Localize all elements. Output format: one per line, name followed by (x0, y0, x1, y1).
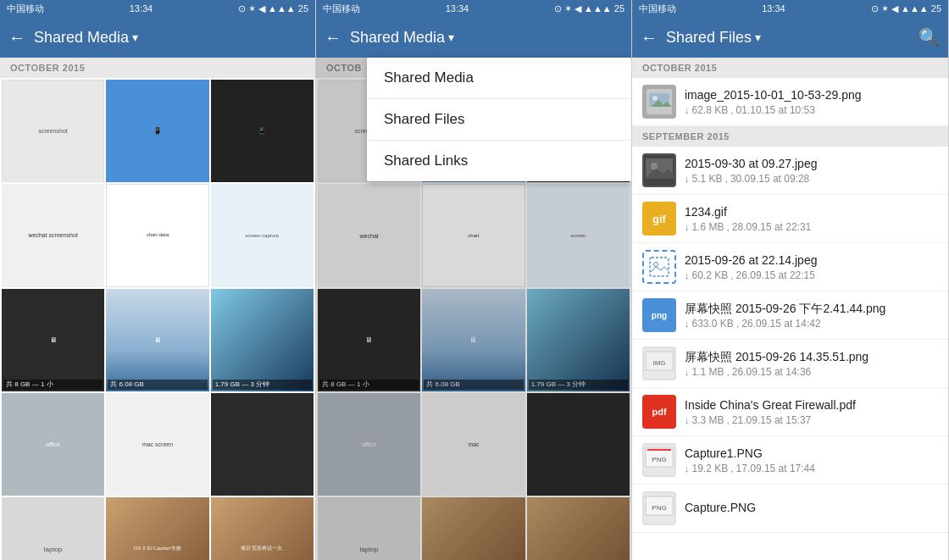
file-meta: ↓ 62.8 KB , 01.10.15 at 10:53 (685, 104, 938, 116)
media-cell[interactable] (527, 393, 630, 496)
dropdown-arrow-right[interactable]: ▾ (755, 30, 761, 44)
file-icon (642, 153, 676, 187)
media-cell[interactable]: 🖥 共 6.08 GB (106, 289, 208, 391)
file-meta: ↓ 1.6 MB , 28.09.15 at 22:31 (685, 221, 938, 233)
media-cell[interactable]: OS X El Capitan'失败 OS X El Capitan'失败 (106, 497, 208, 560)
media-cell[interactable]: chart data (106, 184, 208, 286)
media-cell[interactable]: screen (527, 184, 630, 286)
file-row[interactable]: 2015-09-26 at 22.14.jpeg ↓ 60.2 KB , 26.… (632, 243, 948, 291)
media-cell[interactable]: 🖥共 8 GB — 1 小 (318, 289, 420, 391)
time-middle: 13:34 (446, 3, 469, 14)
section-header-september-right: SEPTEMBER 2015 (632, 126, 948, 147)
file-name: 屏幕快照 2015-09-26 下午2.41.44.png (685, 301, 938, 316)
media-cell[interactable]: 项目'页面再试一次. 项目'页面再试一次. (211, 497, 314, 560)
media-cell[interactable]: 📱 (211, 80, 314, 182)
search-icon-right[interactable]: 🔍 (918, 27, 940, 47)
file-icon: PNG (642, 491, 676, 525)
file-info: 2015-09-30 at 09.27.jpeg ↓ 5.1 KB , 30.0… (685, 156, 938, 185)
media-scroll-left[interactable]: OCTOBER 2015 screenshot 📱 📱 wechat scree… (0, 58, 315, 560)
svg-rect-8 (650, 258, 669, 276)
back-button-right[interactable]: ← (641, 28, 658, 47)
file-meta: ↓ 60.2 KB , 26.09.15 at 22:15 (685, 269, 938, 281)
file-name: 2015-09-26 at 22.14.jpeg (685, 252, 938, 268)
file-name: Capture.PNG (685, 500, 938, 515)
carrier-middle: 中国移动 (323, 3, 360, 15)
file-meta: ↓ 5.1 KB , 30.09.15 at 09:28 (685, 173, 938, 185)
file-info: Capture.PNG (685, 500, 938, 517)
toolbar-title-middle: Shared Media ▾ (350, 29, 623, 47)
file-icon: IMG (642, 347, 676, 380)
file-name: 2015-09-30 at 09.27.jpeg (685, 156, 938, 171)
file-meta: ↓ 633.0 KB , 26.09.15 at 14:42 (685, 318, 938, 330)
media-cell[interactable]: OS X El Capitan'失败 (422, 497, 524, 560)
media-cell[interactable]: office (318, 393, 420, 496)
svg-point-2 (652, 96, 658, 101)
files-scroll[interactable]: OCTOBER 2015 image_2015-10-01_10-53-29.p… (632, 58, 948, 560)
file-row[interactable]: png 屏幕快照 2015-09-26 下午2.41.44.png ↓ 633.… (632, 291, 948, 340)
svg-text:PNG: PNG (652, 504, 666, 512)
file-icon-dotted (642, 250, 676, 284)
media-cell[interactable]: laptop (2, 497, 104, 560)
media-cell[interactable]: wechat screenshot (2, 184, 104, 286)
svg-point-9 (654, 263, 658, 267)
media-cell[interactable]: 🖥 共 8 GB — 1 小 (2, 289, 104, 391)
media-cell[interactable]: office (2, 393, 104, 496)
file-row[interactable]: image_2015-10-01_10-53-29.png ↓ 62.8 KB … (632, 78, 948, 126)
file-row[interactable]: PNG Capture.PNG (632, 485, 948, 533)
dropdown-item-shared-files[interactable]: Shared Files (367, 99, 631, 141)
svg-text:IMG: IMG (652, 359, 665, 367)
dropdown-arrow-middle[interactable]: ▾ (448, 30, 454, 44)
media-cell[interactable]: screenshot (2, 80, 104, 182)
media-cell[interactable] (211, 393, 314, 496)
media-cell[interactable]: 项目'页面再试一次. (527, 497, 630, 560)
file-row[interactable]: pdf Inside China's Great Firewall.pdf ↓ … (632, 388, 948, 436)
middle-panel: 中国移动 13:34 ⊙ ✶ ◀ ▲▲▲ 25 ← Shared Media ▾… (316, 0, 632, 560)
media-cell[interactable]: 📱 (106, 80, 208, 182)
toolbar-middle: ← Shared Media ▾ (316, 17, 631, 58)
file-info: 屏幕快照 2015-09-26 下午2.41.44.png ↓ 633.0 KB… (685, 301, 938, 330)
media-cell[interactable]: laptop (318, 497, 420, 560)
back-button-middle[interactable]: ← (325, 28, 341, 47)
media-cell[interactable]: 🖥共 6.08 GB (422, 289, 524, 391)
media-cell[interactable]: chart (422, 184, 524, 286)
carrier-left: 中国移动 (7, 3, 44, 15)
status-icons-middle: ⊙ ✶ ◀ ▲▲▲ 25 (554, 3, 624, 14)
file-name: 1234.gif (685, 204, 938, 219)
time-right: 13:34 (762, 3, 785, 14)
dropdown-item-shared-links[interactable]: Shared Links (367, 141, 631, 181)
file-info: 1234.gif ↓ 1.6 MB , 28.09.15 at 22:31 (685, 204, 938, 233)
status-icons-right: ⊙ ✶ ◀ ▲▲▲ 25 (871, 3, 941, 14)
status-bar-left: 中国移动 13:34 ⊙ ✶ ◀ ▲▲▲ 25 (0, 0, 315, 17)
file-name: image_2015-10-01_10-53-29.png (685, 87, 938, 103)
dropdown-arrow-left[interactable]: ▾ (132, 30, 138, 44)
media-cell[interactable]: 1.79 GB — 3 分钟 (527, 289, 630, 391)
status-icons-left: ⊙ ✶ ◀ ▲▲▲ 25 (238, 3, 308, 14)
file-info: 2015-09-26 at 22.14.jpeg ↓ 60.2 KB , 26.… (685, 252, 938, 281)
time-left: 13:34 (130, 3, 153, 14)
media-cell[interactable]: wechat (318, 184, 420, 286)
file-name: 屏幕快照 2015-09-26 14.35.51.png (685, 349, 938, 364)
toolbar-right: ← Shared Files ▾ 🔍 (632, 17, 948, 58)
file-name: Capture1.PNG (685, 446, 938, 461)
toolbar-left: ← Shared Media ▾ (0, 17, 315, 58)
file-info: 屏幕快照 2015-09-26 14.35.51.png ↓ 1.1 MB , … (685, 349, 938, 378)
dropdown-menu[interactable]: Shared Media Shared Files Shared Links (367, 58, 631, 181)
status-bar-right: 中国移动 13:34 ⊙ ✶ ◀ ▲▲▲ 25 (632, 0, 948, 17)
file-info: image_2015-10-01_10-53-29.png ↓ 62.8 KB … (685, 87, 938, 116)
media-cell[interactable]: mac (422, 393, 524, 496)
file-row[interactable]: gif 1234.gif ↓ 1.6 MB , 28.09.15 at 22:3… (632, 195, 948, 243)
toolbar-title-left: Shared Media ▾ (34, 29, 307, 47)
media-cell[interactable]: screen capture (211, 184, 314, 286)
back-button-left[interactable]: ← (8, 28, 25, 47)
media-cell[interactable]: mac screen (106, 393, 208, 496)
file-row[interactable]: IMG 屏幕快照 2015-09-26 14.35.51.png ↓ 1.1 M… (632, 340, 948, 388)
file-row[interactable]: PNG Capture1.PNG ↓ 19.2 KB , 17.09.15 at… (632, 436, 948, 485)
file-icon-pdf: pdf (642, 395, 676, 429)
media-cell[interactable]: 1.79 GB — 3 分钟 (211, 289, 314, 391)
file-info: Capture1.PNG ↓ 19.2 KB , 17.09.15 at 17:… (685, 446, 938, 474)
file-row[interactable]: 2015-09-30 at 09.27.jpeg ↓ 5.1 KB , 30.0… (632, 147, 948, 195)
file-icon: PNG (642, 443, 676, 477)
svg-text:PNG: PNG (652, 456, 666, 463)
dropdown-item-shared-media[interactable]: Shared Media (367, 58, 631, 99)
file-info: Inside China's Great Firewall.pdf ↓ 3.3 … (685, 397, 938, 426)
